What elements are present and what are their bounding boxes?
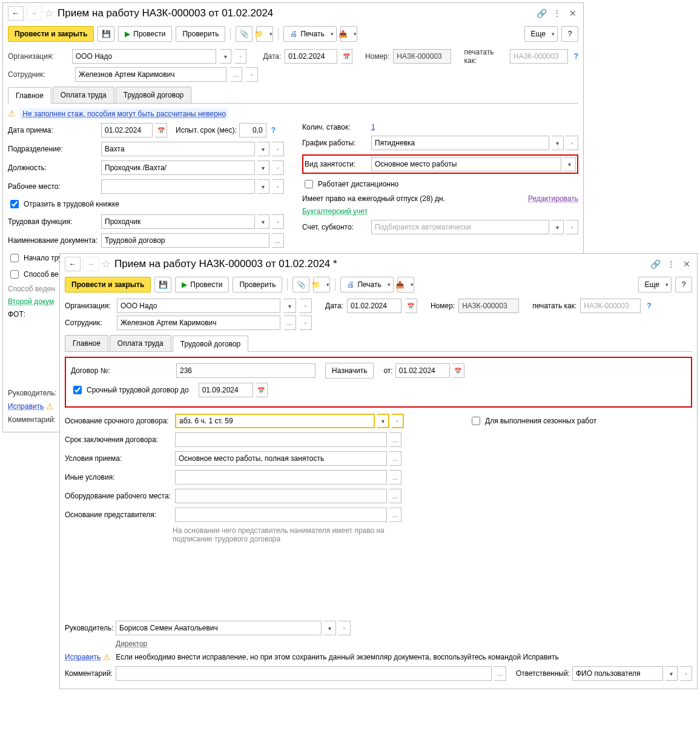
schedule-open[interactable]: ▫ [566,136,578,150]
menu-icon[interactable]: ⋮ [665,259,676,270]
pos-dropdown[interactable]: ▾ [257,160,269,175]
other-pick[interactable]: … [389,470,401,484]
fix-link[interactable]: Исправить [65,653,101,661]
head-dropdown[interactable]: ▾ [324,621,336,635]
pos-open[interactable]: ▫ [272,160,284,175]
tab-contract[interactable]: Трудовой договор [173,336,248,352]
fixedterm-date-input[interactable]: 01.09.2024 [199,383,253,397]
tab-main[interactable]: Главное [8,87,51,104]
link-icon[interactable]: 🔗 [650,259,661,270]
help-icon[interactable]: ? [574,52,578,61]
post-button[interactable]: ▶Провести [175,277,229,293]
warning-link[interactable]: Не заполнен стаж, пособия могут быть рас… [20,108,228,119]
dept-open[interactable]: ▫ [272,142,284,156]
export-button[interactable]: 📤 [340,26,357,42]
term-input[interactable] [175,432,387,447]
post-button[interactable]: ▶Провести [118,26,172,42]
close-icon[interactable]: ✕ [681,259,692,270]
emp-pick[interactable]: … [284,316,296,330]
term-pick[interactable]: … [389,432,401,447]
cond-pick[interactable]: … [389,451,401,466]
other-input[interactable] [175,470,387,484]
print-button[interactable]: 🖨Печать [340,277,393,293]
help-icon[interactable]: ? [647,302,651,310]
from-date-input[interactable]: 01.02.2024 [395,363,450,378]
tab-contract[interactable]: Трудовой договор [116,87,191,103]
emp-input[interactable]: Железнов Артем Каримович [75,67,226,82]
emp-open[interactable]: ▫ [300,316,312,330]
menu-icon[interactable]: ⋮ [552,8,563,19]
export-button[interactable]: 📤 [397,277,414,293]
date-input[interactable]: 01.02.2024 [285,49,337,64]
accounting-link[interactable]: Бухгалтерский учет [302,207,368,216]
fix-link[interactable]: Исправить [8,402,44,411]
org-open[interactable]: ▫ [235,49,246,64]
schedule-dropdown[interactable]: ▾ [552,136,564,150]
printas-input[interactable]: НА3К-000003 [510,49,568,64]
director-link[interactable]: Директор [116,640,147,648]
basis-input[interactable]: абз. 6 ч. 1 ст. 59 [175,414,375,428]
head-open[interactable]: ▫ [338,621,351,635]
calendar-icon[interactable]: 📅 [341,49,352,64]
assign-button[interactable]: Назначить [325,363,374,379]
emp-open[interactable]: ▫ [246,67,258,82]
save-button[interactable]: 💾 [154,277,171,293]
org-dropdown[interactable]: ▾ [284,299,296,313]
equip-input[interactable] [175,489,387,503]
comment-input[interactable] [116,666,492,681]
calendar-icon[interactable]: 📅 [155,123,167,137]
attach-button[interactable]: 📎 [292,277,309,293]
basis-dropdown[interactable]: ▾ [377,414,389,428]
probation-input[interactable]: 0,0 [239,123,266,137]
more-button[interactable]: Еще [524,26,558,42]
org-input[interactable]: ООО Надо [117,299,280,313]
basis-open[interactable]: ▫ [392,414,404,428]
place-open[interactable]: ▫ [272,179,284,194]
dept-dropdown[interactable]: ▾ [257,142,269,156]
seasonal-checkbox[interactable] [472,417,480,425]
docname-pick[interactable]: … [272,233,284,248]
printas-input[interactable]: НА3К-000003 [580,299,641,313]
equip-pick[interactable]: … [389,489,401,503]
emp-pick[interactable]: … [230,67,242,82]
fixedterm-checkbox[interactable] [73,386,82,394]
edit-link[interactable]: Редактировать [528,194,578,203]
rep-pick[interactable]: … [389,508,401,522]
nav-back[interactable]: ← [65,257,81,271]
account-open[interactable]: ▫ [566,220,578,234]
hiredate-input[interactable]: 01.02.2024 [101,123,153,137]
resp-input[interactable]: ФИО пользователя [572,666,663,681]
star-icon[interactable]: ☆ [44,7,54,20]
post-and-close-button[interactable]: Провести и закрыть [65,277,151,293]
nav-forward[interactable]: → [26,6,42,21]
check-button[interactable]: Проверить [233,277,282,293]
rep-input[interactable] [175,508,387,522]
help-icon[interactable]: ? [271,126,276,134]
remote-checkbox[interactable] [305,180,313,188]
place-dropdown[interactable]: ▾ [257,179,269,194]
cond-input[interactable]: Основное место работы, полная занятость [175,451,387,466]
link-icon[interactable]: 🔗 [536,8,547,19]
post-and-close-button[interactable]: Провести и закрыть [8,26,94,42]
tab-pay[interactable]: Оплата труда [110,335,171,351]
help-button[interactable]: ? [675,277,692,293]
firstjob-checkbox[interactable] [10,254,19,262]
contract-num-input[interactable]: 236 [176,363,315,378]
dept-input[interactable]: Вахта [101,142,255,156]
nav-back[interactable]: ← [8,6,24,21]
emptype-dropdown[interactable]: ▾ [564,157,576,171]
print-button[interactable]: 🖨Печать [283,26,336,42]
func-input[interactable]: Проходчик [101,214,255,229]
calendar-icon[interactable]: 📅 [405,299,417,313]
calendar-icon[interactable]: 📅 [256,383,268,397]
workbook-checkbox[interactable] [10,200,19,208]
check-button[interactable]: Проверить [176,26,225,42]
folder-button[interactable]: 📁 [313,277,330,293]
org-open[interactable]: ▫ [300,299,312,313]
head-input[interactable]: Борисов Семен Анатольевич [116,621,322,635]
func-dropdown[interactable]: ▾ [257,214,269,229]
emptype-input[interactable]: Основное место работы [371,157,561,171]
rates-link[interactable]: 1 [371,123,375,131]
schedule-input[interactable]: Пятидневка [371,136,549,150]
tab-pay[interactable]: Оплата труда [53,87,114,103]
